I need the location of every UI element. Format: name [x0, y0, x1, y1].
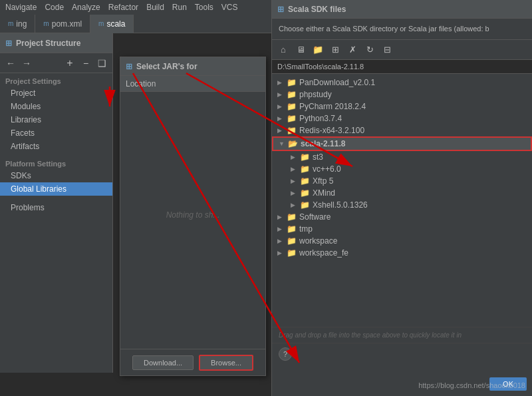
nav-libraries[interactable]: Libraries	[0, 113, 112, 126]
dialog-icon: ⊞	[126, 62, 132, 71]
select-jars-dialog: ⊞ Select JAR's for Location Nothing to s…	[120, 57, 266, 376]
sdk-toolbar: ⌂ 🖥 📁 ⊞ ✗ ↻ ⊟	[272, 40, 532, 60]
menu-analyze[interactable]: Analyze	[72, 3, 100, 12]
nav-sdks[interactable]: SDKs	[0, 169, 112, 182]
menu-build[interactable]: Build	[146, 3, 164, 12]
scala-sdk-panel: ⊞ Scala SDK files Choose either a Scala …	[271, 0, 532, 396]
tree-item[interactable]: ▶ 📁 Python3.7.4	[272, 112, 532, 124]
dialog-column-header: Location	[120, 76, 265, 92]
tree-item[interactable]: ▶ 📁 st3	[272, 151, 532, 163]
ps-forward-button[interactable]: →	[20, 57, 33, 70]
sdk-description: Choose either a Scala SDK directory or S…	[272, 19, 532, 40]
tab-ing[interactable]: m ing	[0, 15, 35, 33]
tree-item[interactable]: ▶ 📁 workspace_fe	[272, 247, 532, 259]
nav-problems[interactable]: Problems	[0, 201, 112, 214]
tree-arrow: ▶	[291, 202, 300, 208]
platform-settings-label: Platform Settings	[0, 156, 112, 169]
nav-artifacts[interactable]: Artifacts	[0, 140, 112, 153]
sdk-header: ⊞ Scala SDK files	[272, 0, 532, 19]
tree-arrow: ▶	[277, 91, 287, 98]
tree-item[interactable]: ▶ 📁 Xftp 5	[272, 175, 532, 187]
sdk-path: D:\SmallTools\scala-2.11.8	[272, 60, 532, 74]
tree-item[interactable]: ▶ 📁 PyCharm 2018.2.4	[272, 100, 532, 112]
tree-arrow: ▶	[277, 238, 287, 244]
tab-pom[interactable]: m pom.xml	[35, 15, 90, 33]
sdk-folder-button[interactable]: 📁	[311, 43, 325, 57]
ps-remove-button[interactable]: −	[79, 57, 92, 70]
menu-navigate[interactable]: Navigate	[5, 3, 37, 12]
tree-item[interactable]: ▶ 📁 PanDownload_v2.0.1	[272, 77, 532, 89]
ps-toolbar: ← → + − ❑	[0, 53, 112, 73]
tree-arrow: ▶	[291, 166, 300, 172]
tree-arrow: ▼	[279, 140, 288, 147]
project-structure-header: ⊞ Project Structure	[0, 33, 112, 53]
project-settings-label: Project Settings	[0, 73, 112, 87]
tree-item[interactable]: ▶ 📁 Software	[272, 211, 532, 223]
tree-item[interactable]: ▶ 📁 XMind	[272, 187, 532, 199]
tree-item[interactable]: ▶ 📁 Xshell.5.0.1326	[272, 199, 532, 211]
tree-item[interactable]: ▶ 📁 workspace	[272, 235, 532, 247]
menu-run[interactable]: Run	[172, 3, 187, 12]
download-button[interactable]: Download...	[132, 355, 194, 370]
sdk-drop-zone: Drag and drop a file into the space abov…	[272, 327, 532, 343]
sdk-expand-button[interactable]: ⊟	[380, 43, 394, 57]
tree-arrow: ▶	[277, 127, 287, 134]
tree-arrow: ▶	[277, 103, 287, 110]
tree-arrow: ▶	[277, 79, 287, 86]
dialog-footer: Download... Browse...	[120, 349, 265, 375]
ps-back-button[interactable]: ←	[4, 57, 17, 70]
sdk-new-folder-button[interactable]: ✗	[345, 43, 360, 57]
tree-arrow: ▶	[291, 190, 300, 196]
tree-item[interactable]: ▶ 📁 phpstudy	[272, 89, 532, 100]
project-structure-panel: ⊞ Project Structure ← → + − ❑ Project Se…	[0, 33, 113, 373]
tree-item-scala[interactable]: ▼ 📂 scala-2.11.8	[272, 136, 532, 151]
tree-arrow: ▶	[277, 115, 287, 122]
menu-refactor[interactable]: Refactor	[108, 3, 138, 12]
tree-arrow: ▶	[277, 214, 287, 220]
menu-tools[interactable]: Tools	[195, 3, 213, 12]
help-button[interactable]: ?	[279, 347, 292, 361]
menu-vcs[interactable]: VCS	[221, 3, 238, 12]
tree-arrow: ▶	[291, 178, 300, 184]
nav-global-libraries[interactable]: Global Libraries	[0, 182, 112, 196]
tree-item[interactable]: ▶ 📁 Redis-x64-3.2.100	[272, 124, 532, 136]
select-jars-header: ⊞ Select JAR's for	[120, 57, 265, 76]
sdk-refresh-button[interactable]: ↻	[362, 43, 377, 57]
watermark: https://blog.csdn.net/shaock2018	[418, 381, 525, 389]
tree-arrow: ▶	[277, 250, 287, 256]
ps-copy-button[interactable]: ❑	[95, 57, 108, 70]
nav-modules[interactable]: Modules	[0, 100, 112, 113]
tree-arrow: ▶	[277, 226, 287, 232]
menu-code[interactable]: Code	[45, 3, 64, 12]
tree-arrow: ▶	[291, 154, 300, 160]
tab-scala[interactable]: m scala	[90, 15, 134, 33]
browse-button[interactable]: Browse...	[199, 355, 253, 371]
nav-facets[interactable]: Facets	[0, 126, 112, 140]
sdk-help-row: ?	[272, 343, 532, 365]
sdk-desktop-button[interactable]: 🖥	[293, 43, 308, 57]
tree-item[interactable]: ▶ 📁 vc++6.0	[272, 163, 532, 175]
sdk-tree-button[interactable]: ⊞	[328, 43, 342, 57]
sdk-home-button[interactable]: ⌂	[276, 43, 291, 57]
sdk-tree: ▶ 📁 PanDownload_v2.0.1 ▶ 📁 phpstudy ▶ 📁 …	[272, 74, 532, 327]
tree-item[interactable]: ▶ 📁 tmp	[272, 223, 532, 235]
sdk-icon: ⊞	[277, 5, 284, 14]
nav-project[interactable]: Project	[0, 87, 112, 100]
dialog-empty-content: Nothing to sh...	[120, 92, 265, 338]
ps-add-button[interactable]: +	[63, 57, 76, 70]
